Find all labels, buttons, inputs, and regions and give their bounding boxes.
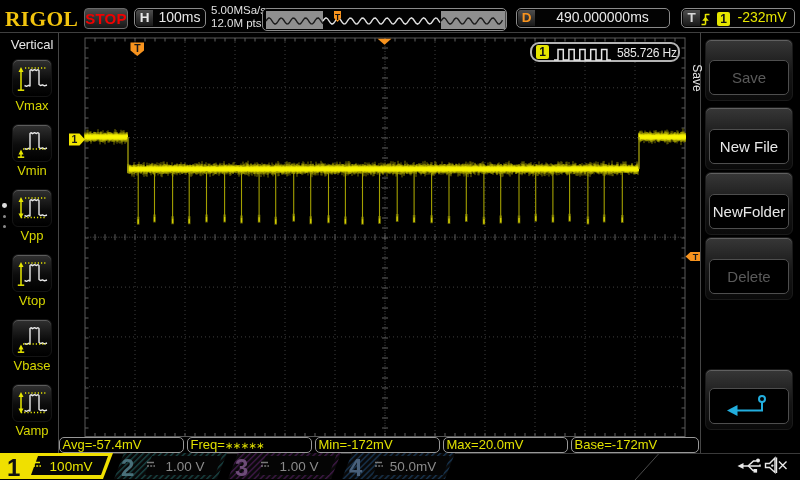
svg-text:4: 4	[349, 454, 363, 480]
svg-text:Save: Save	[690, 64, 704, 92]
svg-text:1.00 V: 1.00 V	[279, 459, 318, 474]
svg-text:100mV: 100mV	[50, 459, 93, 474]
svg-text:1.00 V: 1.00 V	[165, 459, 204, 474]
svg-text:3: 3	[235, 454, 248, 480]
svg-text:1: 1	[72, 133, 78, 145]
svg-text:2: 2	[121, 454, 134, 480]
svg-text:50.0mV: 50.0mV	[390, 459, 437, 474]
svg-text:1: 1	[7, 454, 20, 480]
svg-text:T: T	[134, 42, 141, 54]
svg-text:T: T	[693, 252, 699, 262]
svg-text:T: T	[335, 12, 341, 22]
